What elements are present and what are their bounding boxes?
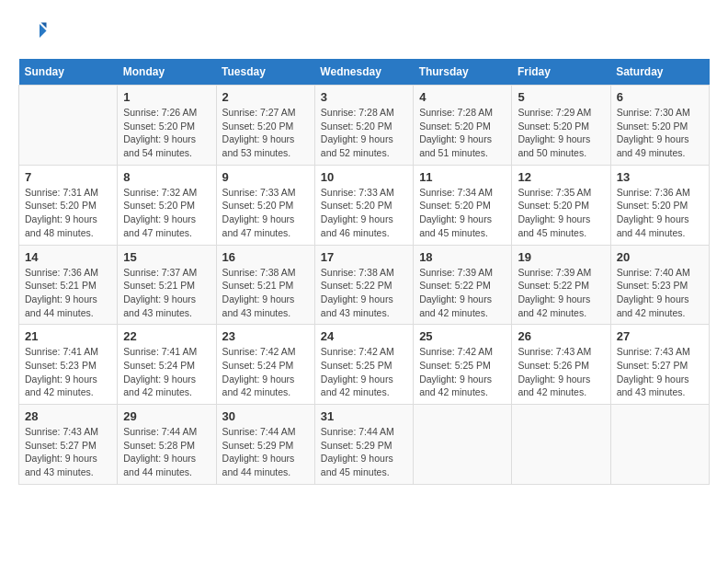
day-info: Sunrise: 7:36 AM Sunset: 5:20 PM Dayligh… — [617, 186, 703, 240]
calendar-cell: 21Sunrise: 7:41 AM Sunset: 5:23 PM Dayli… — [19, 325, 118, 405]
day-info: Sunrise: 7:40 AM Sunset: 5:23 PM Dayligh… — [617, 266, 703, 320]
weekday-header-sunday: Sunday — [19, 59, 118, 86]
calendar-cell: 4Sunrise: 7:28 AM Sunset: 5:20 PM Daylig… — [414, 86, 512, 166]
calendar-cell: 25Sunrise: 7:42 AM Sunset: 5:25 PM Dayli… — [414, 325, 512, 405]
weekday-row: SundayMondayTuesdayWednesdayThursdayFrid… — [19, 59, 710, 86]
day-number: 29 — [123, 409, 210, 423]
calendar-cell: 1Sunrise: 7:26 AM Sunset: 5:20 PM Daylig… — [118, 86, 216, 166]
calendar-cell: 17Sunrise: 7:38 AM Sunset: 5:22 PM Dayli… — [314, 245, 413, 325]
day-number: 11 — [419, 170, 506, 184]
day-info: Sunrise: 7:26 AM Sunset: 5:20 PM Dayligh… — [123, 106, 210, 160]
day-number: 27 — [617, 329, 703, 343]
day-info: Sunrise: 7:42 AM Sunset: 5:24 PM Dayligh… — [222, 345, 309, 399]
day-info: Sunrise: 7:36 AM Sunset: 5:21 PM Dayligh… — [25, 266, 111, 320]
calendar-table: SundayMondayTuesdayWednesdayThursdayFrid… — [18, 59, 710, 485]
weekday-header-tuesday: Tuesday — [216, 59, 314, 86]
calendar-cell: 7Sunrise: 7:31 AM Sunset: 5:20 PM Daylig… — [19, 165, 118, 245]
logo-icon — [20, 18, 48, 46]
calendar-cell: 15Sunrise: 7:37 AM Sunset: 5:21 PM Dayli… — [118, 245, 216, 325]
calendar-cell: 18Sunrise: 7:39 AM Sunset: 5:22 PM Dayli… — [414, 245, 512, 325]
day-number: 3 — [321, 90, 407, 104]
day-number: 8 — [123, 170, 210, 184]
day-number: 17 — [321, 250, 407, 264]
day-number: 30 — [222, 409, 309, 423]
weekday-header-thursday: Thursday — [414, 59, 512, 86]
calendar-cell: 27Sunrise: 7:43 AM Sunset: 5:27 PM Dayli… — [610, 325, 709, 405]
day-info: Sunrise: 7:28 AM Sunset: 5:20 PM Dayligh… — [419, 106, 506, 160]
calendar-cell: 24Sunrise: 7:42 AM Sunset: 5:25 PM Dayli… — [314, 325, 413, 405]
day-info: Sunrise: 7:43 AM Sunset: 5:27 PM Dayligh… — [25, 425, 111, 479]
day-number: 13 — [617, 170, 703, 184]
calendar-cell — [512, 405, 610, 485]
calendar-header: SundayMondayTuesdayWednesdayThursdayFrid… — [19, 59, 710, 86]
calendar-cell: 26Sunrise: 7:43 AM Sunset: 5:26 PM Dayli… — [512, 325, 610, 405]
calendar-cell — [414, 405, 512, 485]
day-info: Sunrise: 7:31 AM Sunset: 5:20 PM Dayligh… — [25, 186, 111, 240]
calendar-cell: 22Sunrise: 7:41 AM Sunset: 5:24 PM Dayli… — [118, 325, 216, 405]
day-number: 26 — [518, 329, 604, 343]
day-number: 18 — [419, 250, 506, 264]
day-info: Sunrise: 7:34 AM Sunset: 5:20 PM Dayligh… — [419, 186, 506, 240]
day-info: Sunrise: 7:30 AM Sunset: 5:20 PM Dayligh… — [617, 106, 703, 160]
calendar-cell: 14Sunrise: 7:36 AM Sunset: 5:21 PM Dayli… — [19, 245, 118, 325]
day-info: Sunrise: 7:32 AM Sunset: 5:20 PM Dayligh… — [123, 186, 210, 240]
day-number: 31 — [321, 409, 407, 423]
day-info: Sunrise: 7:43 AM Sunset: 5:26 PM Dayligh… — [518, 345, 604, 399]
calendar-week-4: 21Sunrise: 7:41 AM Sunset: 5:23 PM Dayli… — [19, 325, 710, 405]
calendar-cell: 6Sunrise: 7:30 AM Sunset: 5:20 PM Daylig… — [610, 86, 709, 166]
day-number: 12 — [518, 170, 604, 184]
day-number: 4 — [419, 90, 506, 104]
day-info: Sunrise: 7:44 AM Sunset: 5:29 PM Dayligh… — [222, 425, 309, 479]
day-info: Sunrise: 7:44 AM Sunset: 5:28 PM Dayligh… — [123, 425, 210, 479]
day-info: Sunrise: 7:38 AM Sunset: 5:21 PM Dayligh… — [222, 266, 309, 320]
calendar-cell: 9Sunrise: 7:33 AM Sunset: 5:20 PM Daylig… — [216, 165, 314, 245]
calendar-cell: 29Sunrise: 7:44 AM Sunset: 5:28 PM Dayli… — [118, 405, 216, 485]
day-info: Sunrise: 7:39 AM Sunset: 5:22 PM Dayligh… — [518, 266, 604, 320]
calendar-cell: 31Sunrise: 7:44 AM Sunset: 5:29 PM Dayli… — [314, 405, 413, 485]
day-info: Sunrise: 7:35 AM Sunset: 5:20 PM Dayligh… — [518, 186, 604, 240]
day-number: 23 — [222, 329, 309, 343]
calendar-cell: 13Sunrise: 7:36 AM Sunset: 5:20 PM Dayli… — [610, 165, 709, 245]
day-number: 16 — [222, 250, 309, 264]
calendar-cell: 5Sunrise: 7:29 AM Sunset: 5:20 PM Daylig… — [512, 86, 610, 166]
page-header — [18, 18, 710, 50]
calendar-cell: 28Sunrise: 7:43 AM Sunset: 5:27 PM Dayli… — [19, 405, 118, 485]
day-number: 14 — [25, 250, 111, 264]
calendar-week-5: 28Sunrise: 7:43 AM Sunset: 5:27 PM Dayli… — [19, 405, 710, 485]
day-info: Sunrise: 7:37 AM Sunset: 5:21 PM Dayligh… — [123, 266, 210, 320]
day-info: Sunrise: 7:33 AM Sunset: 5:20 PM Dayligh… — [321, 186, 407, 240]
calendar-cell: 23Sunrise: 7:42 AM Sunset: 5:24 PM Dayli… — [216, 325, 314, 405]
day-number: 6 — [617, 90, 703, 104]
day-number: 5 — [518, 90, 604, 104]
calendar-body: 1Sunrise: 7:26 AM Sunset: 5:20 PM Daylig… — [19, 86, 710, 485]
weekday-header-monday: Monday — [118, 59, 216, 86]
weekday-header-saturday: Saturday — [610, 59, 709, 86]
day-number: 10 — [321, 170, 407, 184]
calendar-cell: 16Sunrise: 7:38 AM Sunset: 5:21 PM Dayli… — [216, 245, 314, 325]
calendar-cell — [610, 405, 709, 485]
calendar-week-3: 14Sunrise: 7:36 AM Sunset: 5:21 PM Dayli… — [19, 245, 710, 325]
day-number: 19 — [518, 250, 604, 264]
calendar-cell: 3Sunrise: 7:28 AM Sunset: 5:20 PM Daylig… — [314, 86, 413, 166]
day-number: 20 — [617, 250, 703, 264]
calendar-week-2: 7Sunrise: 7:31 AM Sunset: 5:20 PM Daylig… — [19, 165, 710, 245]
calendar-cell: 30Sunrise: 7:44 AM Sunset: 5:29 PM Dayli… — [216, 405, 314, 485]
day-info: Sunrise: 7:41 AM Sunset: 5:23 PM Dayligh… — [25, 345, 111, 399]
day-number: 15 — [123, 250, 210, 264]
day-info: Sunrise: 7:39 AM Sunset: 5:22 PM Dayligh… — [419, 266, 506, 320]
day-number: 1 — [123, 90, 210, 104]
day-info: Sunrise: 7:41 AM Sunset: 5:24 PM Dayligh… — [123, 345, 210, 399]
day-number: 21 — [25, 329, 111, 343]
day-info: Sunrise: 7:43 AM Sunset: 5:27 PM Dayligh… — [617, 345, 703, 399]
logo — [18, 18, 48, 50]
day-number: 2 — [222, 90, 309, 104]
calendar-cell: 11Sunrise: 7:34 AM Sunset: 5:20 PM Dayli… — [414, 165, 512, 245]
day-number: 25 — [419, 329, 506, 343]
calendar-week-1: 1Sunrise: 7:26 AM Sunset: 5:20 PM Daylig… — [19, 86, 710, 166]
calendar-cell: 20Sunrise: 7:40 AM Sunset: 5:23 PM Dayli… — [610, 245, 709, 325]
day-info: Sunrise: 7:42 AM Sunset: 5:25 PM Dayligh… — [419, 345, 506, 399]
calendar-cell: 12Sunrise: 7:35 AM Sunset: 5:20 PM Dayli… — [512, 165, 610, 245]
calendar-cell: 8Sunrise: 7:32 AM Sunset: 5:20 PM Daylig… — [118, 165, 216, 245]
calendar-cell: 2Sunrise: 7:27 AM Sunset: 5:20 PM Daylig… — [216, 86, 314, 166]
day-info: Sunrise: 7:42 AM Sunset: 5:25 PM Dayligh… — [321, 345, 407, 399]
